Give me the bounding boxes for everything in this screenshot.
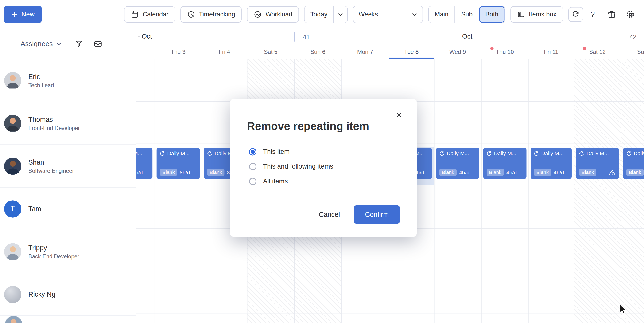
zoom-select-value: Weeks [359, 11, 378, 18]
whats-new-button[interactable] [604, 7, 618, 21]
blank-badge: Blank [440, 169, 457, 176]
grid-line [574, 59, 574, 323]
question-icon: ? [590, 10, 595, 19]
day-header: Sat 5 [247, 46, 294, 58]
grid-line [481, 59, 482, 323]
person-row-ricky[interactable]: Ricky Ng [0, 273, 136, 316]
workload-button[interactable]: Workload [247, 6, 299, 23]
close-icon[interactable]: × [394, 109, 404, 120]
calendar-icon [130, 10, 139, 19]
repeat-icon [487, 151, 492, 156]
toolbar-right: ? [586, 7, 637, 21]
row-line [136, 270, 644, 271]
avatar [4, 286, 21, 303]
timetracking-button[interactable]: Timetracking [180, 6, 242, 23]
grid-line [434, 59, 434, 323]
bar-hours: 4h/d [459, 169, 470, 175]
row-line [136, 313, 644, 313]
week-separator [621, 32, 622, 41]
today-button[interactable]: Today [304, 6, 333, 23]
repeat-icon [160, 151, 165, 156]
person-row-trippy[interactable]: Trippy Back-End Developer [0, 230, 136, 273]
task-bar[interactable]: Daily M... Blank4h/d [436, 148, 479, 179]
day-header: Fri 11 [528, 46, 574, 58]
filter-icon[interactable] [75, 40, 83, 48]
archive-icon[interactable] [94, 40, 103, 48]
items-box-button[interactable]: Items box [510, 6, 563, 23]
view-both-button[interactable]: Both [479, 6, 504, 23]
blank-badge: Blank [534, 169, 551, 176]
person-name: Tam [28, 205, 41, 212]
task-bar[interactable]: Daily M... Blank4h/d [530, 148, 572, 179]
new-button-label: New [21, 11, 34, 18]
avatar [4, 72, 21, 89]
grid-line [621, 59, 622, 323]
avatar: T [4, 200, 21, 217]
task-bar[interactable]: Daily M... Blank8h/d [136, 148, 152, 179]
radio-unselected[interactable] [249, 163, 256, 170]
task-bar[interactable]: Daily M... Blank [576, 148, 619, 179]
task-bar[interactable]: Daily M... Blank8h/d [157, 148, 200, 179]
repeat-icon [579, 151, 584, 156]
week-number: 42 [630, 33, 636, 41]
holiday-dot [583, 47, 586, 50]
avatar-partial [5, 316, 22, 323]
month-label-left: - Oct [138, 33, 152, 40]
day-header-today: Tue 8 [389, 46, 434, 58]
view-mode-segmented: Main Sub Both [428, 6, 505, 23]
timeline-header: - Oct 41 Oct 42 Thu 3 Fri 4 Sat 5 Sun 6 … [136, 29, 644, 59]
task-bar[interactable]: Daily M... Blank4h/d [483, 148, 526, 179]
radio-option-this-and-following[interactable]: This and following items [249, 162, 417, 172]
sidebar-header: Assignees [0, 29, 136, 59]
task-bar[interactable]: Daily M... Blank4h/d [623, 148, 644, 179]
person-name: Eric [28, 73, 54, 80]
cancel-button[interactable]: Cancel [311, 206, 348, 223]
person-row-tam[interactable]: T Tam [0, 188, 136, 230]
zoom-select[interactable]: Weeks [353, 6, 422, 23]
grid-line [154, 59, 155, 323]
view-main-button[interactable]: Main [428, 6, 454, 23]
blank-badge: Blank [487, 169, 504, 176]
avatar [4, 157, 21, 174]
assignees-dropdown[interactable]: Assignees [20, 40, 62, 48]
blank-badge: Blank [579, 169, 596, 176]
day-header: Mon 7 [342, 46, 389, 58]
confirm-button[interactable]: Confirm [354, 205, 400, 224]
today-caret-button[interactable] [333, 6, 347, 23]
workload-icon [254, 10, 262, 19]
person-row-shan[interactable]: Shan Software Engineer [0, 145, 136, 188]
view-sub-button[interactable]: Sub [455, 6, 479, 23]
blank-badge: Blank [207, 169, 224, 176]
person-row-eric[interactable]: Eric Tech Lead [0, 59, 136, 102]
refresh-button[interactable] [568, 7, 583, 22]
repeat-icon [534, 151, 539, 156]
settings-button[interactable] [623, 7, 637, 21]
radio-unselected[interactable] [249, 178, 256, 185]
week-number: 41 [303, 33, 310, 41]
new-button[interactable]: New [4, 6, 42, 23]
help-button[interactable]: ? [586, 7, 600, 21]
person-role: Tech Lead [28, 82, 54, 88]
radio-option-all-items[interactable]: All items [249, 177, 417, 186]
toolbar-center: Calendar Timetracking Workload Today [124, 6, 583, 23]
blank-badge: Blank [626, 169, 644, 176]
items-box-icon [517, 10, 525, 19]
bar-hours: 4h/d [506, 169, 517, 175]
person-row-thomas[interactable]: Thomas Front-End Developer [0, 102, 136, 145]
day-header: Sat 12 [574, 46, 621, 58]
refresh-icon [572, 10, 580, 19]
today-split-button: Today [304, 6, 347, 23]
avatar [4, 115, 21, 132]
person-name: Trippy [28, 244, 80, 251]
radio-selected[interactable] [249, 148, 256, 155]
clock-icon [187, 10, 195, 19]
person-name: Thomas [28, 115, 80, 123]
day-header: Wed 9 [434, 46, 481, 58]
plus-icon [11, 11, 18, 18]
radio-group: This item This and following items All i… [249, 147, 417, 186]
day-header: Sun 6 [294, 46, 342, 58]
calendar-button[interactable]: Calendar [124, 6, 175, 23]
month-label-center: Oct [451, 33, 484, 40]
radio-option-this-item[interactable]: This item [249, 147, 417, 157]
weekend-shade [621, 59, 644, 323]
